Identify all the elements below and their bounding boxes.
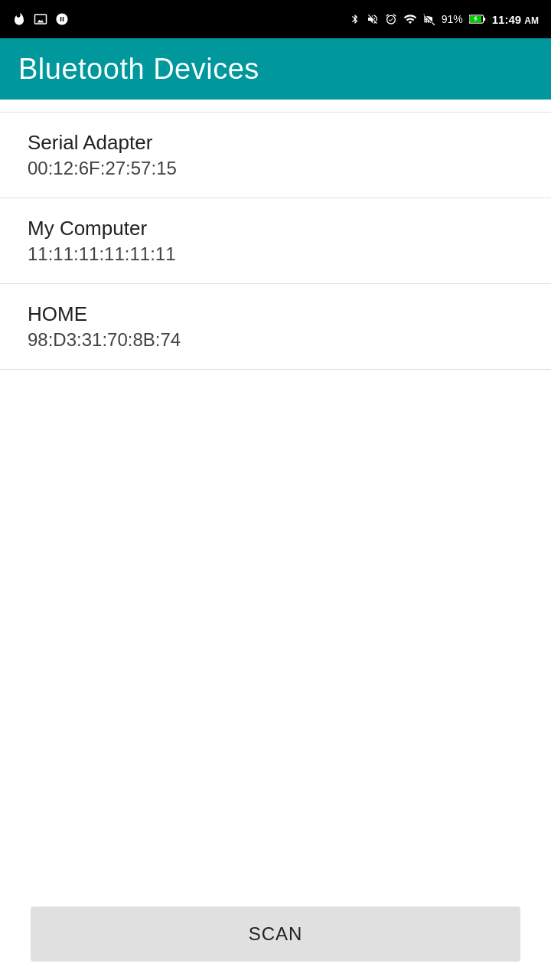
scan-button[interactable]: SCAN (31, 906, 520, 962)
device-mac-0: 00:12:6F:27:57:15 (28, 158, 523, 179)
signal-icon (423, 12, 435, 26)
flame-icon (12, 12, 26, 26)
device-mac-2: 98:D3:31:70:8B:74 (28, 329, 523, 351)
device-list: Serial Adapter 00:12:6F:27:57:15 My Comp… (0, 113, 551, 900)
alarm-icon (385, 12, 397, 26)
battery-icon (469, 14, 486, 24)
device-name-1: My Computer (28, 217, 523, 240)
device-name-0: Serial Adapter (28, 131, 523, 155)
battery-percentage: 91% (442, 13, 463, 25)
device-mac-1: 11:11:11:11:11:11 (28, 243, 523, 265)
bluetooth-icon (350, 12, 360, 26)
status-time: 11:49 AM (492, 13, 539, 26)
cat-icon (55, 12, 69, 26)
mute-icon (367, 12, 379, 26)
scan-button-container: SCAN (0, 900, 551, 980)
status-bar: 91% 11:49 AM (0, 0, 551, 38)
image-icon (34, 12, 47, 26)
app-bar: Bluetooth Devices (0, 38, 551, 100)
svg-rect-2 (483, 18, 485, 21)
device-name-2: HOME (28, 302, 523, 326)
device-item-1[interactable]: My Computer 11:11:11:11:11:11 (0, 198, 551, 284)
device-item-0[interactable]: Serial Adapter 00:12:6F:27:57:15 (0, 113, 551, 198)
wifi-icon (403, 12, 417, 26)
device-item-2[interactable]: HOME 98:D3:31:70:8B:74 (0, 284, 551, 370)
status-bar-left-icons (12, 12, 69, 26)
page-title: Bluetooth Devices (18, 53, 259, 86)
status-bar-right-icons: 91% 11:49 AM (350, 12, 539, 26)
content-area: Serial Adapter 00:12:6F:27:57:15 My Comp… (0, 100, 551, 980)
